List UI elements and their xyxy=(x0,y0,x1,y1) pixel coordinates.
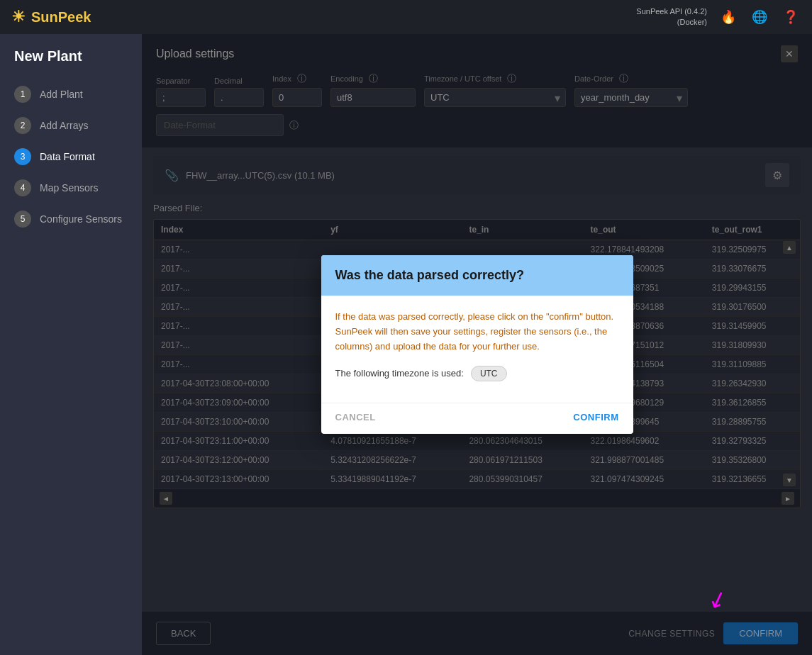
sun-icon: ☀ xyxy=(11,8,26,26)
sidebar-item-label-map-sensors: Map Sensors xyxy=(40,182,98,194)
modal-body-text: If the data was parsed correctly, please… xyxy=(335,310,619,354)
help-icon[interactable]: ❓ xyxy=(781,7,801,27)
step-1-number: 1 xyxy=(14,86,31,103)
modal-header: Was the data parsed correctly? xyxy=(321,255,633,296)
sidebar-item-label-configure-sensors: Configure Sensors xyxy=(40,213,122,225)
modal-confirm-button[interactable]: CONFIRM xyxy=(573,412,618,422)
step-3-number: 3 xyxy=(14,148,31,165)
main-layout: New Plant 1 Add Plant 2 Add Arrays 3 Dat… xyxy=(0,34,812,655)
sidebar-item-add-plant[interactable]: 1 Add Plant xyxy=(0,79,142,110)
sidebar-item-map-sensors[interactable]: 4 Map Sensors xyxy=(0,172,142,203)
modal-timezone-label: The following timezone is used: xyxy=(335,368,464,379)
modal-body: If the data was parsed correctly, please… xyxy=(321,296,633,402)
content-area: Upload settings ✕ Separator Decimal Inde… xyxy=(142,34,812,655)
modal-timezone-badge: UTC xyxy=(471,366,507,381)
globe-icon[interactable]: 🌐 xyxy=(750,7,769,27)
sidebar: New Plant 1 Add Plant 2 Add Arrays 3 Dat… xyxy=(0,34,142,655)
sidebar-item-label-add-plant: Add Plant xyxy=(40,89,83,100)
step-2-number: 2 xyxy=(14,117,31,134)
step-5-number: 5 xyxy=(14,211,31,228)
modal-footer: CANCEL CONFIRM xyxy=(321,403,633,434)
app-logo: ☀ SunPeek xyxy=(11,8,91,26)
sidebar-item-data-format[interactable]: 3 Data Format xyxy=(0,141,142,172)
app-name: SunPeek xyxy=(31,9,91,26)
modal-overlay: Was the data parsed correctly? If the da… xyxy=(142,34,812,655)
sidebar-title: New Plant xyxy=(0,48,142,79)
sidebar-item-add-arrays[interactable]: 2 Add Arrays xyxy=(0,110,142,141)
api-info: SunPeek API (0.4.2) (Docker) xyxy=(636,6,707,28)
sidebar-item-label-add-arrays: Add Arrays xyxy=(40,120,88,131)
sidebar-item-label-data-format: Data Format xyxy=(40,151,95,162)
sidebar-item-configure-sensors[interactable]: 5 Configure Sensors xyxy=(0,203,142,235)
fire-icon[interactable]: 🔥 xyxy=(718,7,738,27)
modal-timezone-row: The following timezone is used: UTC xyxy=(335,366,619,381)
topbar-right: SunPeek API (0.4.2) (Docker) 🔥 🌐 ❓ xyxy=(636,6,801,28)
topbar: ☀ SunPeek SunPeek API (0.4.2) (Docker) 🔥… xyxy=(0,0,812,34)
modal-title: Was the data parsed correctly? xyxy=(335,268,619,283)
step-4-number: 4 xyxy=(14,179,31,196)
modal-dialog: Was the data parsed correctly? If the da… xyxy=(321,255,633,433)
modal-cancel-button[interactable]: CANCEL xyxy=(335,412,376,422)
